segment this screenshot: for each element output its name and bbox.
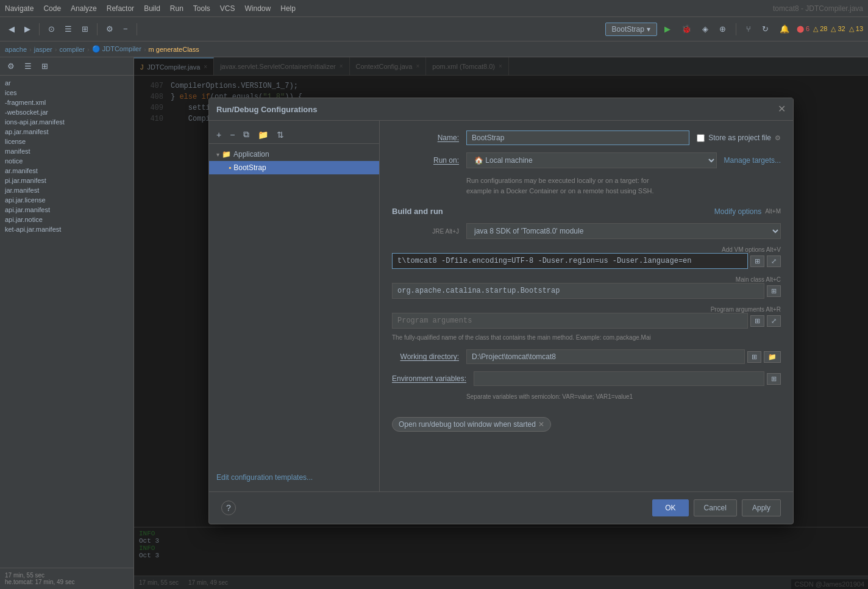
vm-expand2-btn[interactable]: ⤢ xyxy=(767,255,781,267)
modify-options-link[interactable]: Modify options xyxy=(714,207,761,216)
dlg-folder-btn[interactable]: 📁 xyxy=(255,129,271,141)
run-config-arrow: ▾ xyxy=(647,25,650,34)
main-class-input[interactable] xyxy=(392,283,764,299)
dlg-add-btn[interactable]: + xyxy=(214,129,224,141)
list-item[interactable]: jar.manifest xyxy=(0,185,133,195)
list-item[interactable]: ions-api.jar.manifest xyxy=(0,117,133,127)
dlg-sort-btn[interactable]: ⇅ xyxy=(274,129,286,141)
env-vars-row: Environment variables: ⊞ xyxy=(392,371,781,386)
list-item[interactable]: -websocket.jar xyxy=(0,107,133,117)
program-args-input[interactable] xyxy=(392,313,748,329)
help-button[interactable]: ? xyxy=(221,501,236,515)
home-btn[interactable]: ⊙ xyxy=(44,23,59,35)
vm-options-input[interactable] xyxy=(392,253,748,269)
menu-code[interactable]: Code xyxy=(43,4,61,13)
env-input[interactable] xyxy=(474,371,764,386)
list-item[interactable]: api.jar.manifest xyxy=(0,205,133,215)
store-gear-icon[interactable]: ⚙ xyxy=(775,134,781,142)
settings-btn[interactable]: ⚙ xyxy=(102,23,117,35)
bc-compiler[interactable]: compiler xyxy=(59,46,85,53)
menu-help[interactable]: Help xyxy=(280,4,296,13)
update-btn[interactable]: ↻ xyxy=(758,23,772,35)
apply-button[interactable]: Apply xyxy=(742,499,781,516)
notifications-btn[interactable]: 🔔 xyxy=(776,23,793,35)
list-item[interactable]: manifest xyxy=(0,146,133,156)
list-item[interactable]: -fragment.xml xyxy=(0,98,133,107)
run-btn[interactable]: ▶ xyxy=(661,23,674,35)
modify-hint: Alt+M xyxy=(765,208,781,215)
wd-input[interactable] xyxy=(466,349,745,364)
run-on-select[interactable]: 🏠 Local machine xyxy=(466,152,717,168)
minimize-btn[interactable]: − xyxy=(119,23,132,35)
list-item[interactable]: pi.jar.manifest xyxy=(0,176,133,185)
list-item[interactable]: ar.manifest xyxy=(0,166,133,176)
working-directory-row: Working directory: ⊞ 📁 xyxy=(392,349,781,364)
menu-analyze[interactable]: Analyze xyxy=(71,4,97,13)
list-item[interactable]: api.jar.license xyxy=(0,195,133,205)
profile-btn[interactable]: ◈ xyxy=(699,23,712,35)
list-btn[interactable]: ☰ xyxy=(61,23,76,35)
menu-refactor[interactable]: Refactor xyxy=(107,4,134,13)
footer-buttons: OK Cancel Apply xyxy=(652,499,781,516)
sdk-row: JRE Alt+J java 8 SDK of 'Tomcat8.0' modu… xyxy=(392,223,781,239)
manage-targets-link[interactable]: Manage targets... xyxy=(724,156,781,165)
program-args-expand2-btn[interactable]: ⤢ xyxy=(767,315,781,327)
sep1 xyxy=(39,23,40,35)
menu-vcs[interactable]: VCS xyxy=(220,4,235,13)
menu-run[interactable]: Run xyxy=(170,4,183,13)
bc-generate-class[interactable]: m generateClass xyxy=(149,46,199,53)
coverage-btn[interactable]: ⊕ xyxy=(716,23,730,35)
ok-button[interactable]: OK xyxy=(652,499,688,516)
bc-apache[interactable]: apache xyxy=(5,46,27,53)
back-btn[interactable]: ◀ xyxy=(5,23,18,35)
vm-expand-btn[interactable]: ⊞ xyxy=(750,255,764,267)
dialog-close-button[interactable]: ✕ xyxy=(778,104,786,114)
main-class-expand-btn[interactable]: ⊞ xyxy=(767,285,781,297)
menu-build[interactable]: Build xyxy=(144,4,160,13)
vm-options-container: Add VM options Alt+V ⊞ ⤢ xyxy=(392,246,781,269)
forward-btn[interactable]: ▶ xyxy=(21,23,34,35)
menu-tools[interactable]: Tools xyxy=(193,4,210,13)
debug-btn[interactable]: 🐞 xyxy=(678,23,695,35)
tree-node-bootstrap[interactable]: ▪ BootStrap xyxy=(209,161,379,174)
list-item[interactable]: api.jar.notice xyxy=(0,215,133,224)
folder-icon: 📁 xyxy=(222,150,231,159)
bc-jdtcompiler[interactable]: 🔵 JDTCompiler xyxy=(92,45,141,53)
bc-jasper[interactable]: jasper xyxy=(34,46,52,53)
sidebar-gear-icon[interactable]: ⚙ xyxy=(4,60,18,73)
warn-count2: △ 32 xyxy=(831,25,845,33)
store-project-row: Store as project file ⚙ xyxy=(697,134,781,142)
list-item[interactable]: ap.jar.manifest xyxy=(0,127,133,137)
sdk-select[interactable]: java 8 SDK of 'Tomcat8.0' module xyxy=(466,223,781,239)
sep2 xyxy=(97,23,98,35)
menu-window[interactable]: Window xyxy=(245,4,271,13)
list-item[interactable]: notice xyxy=(0,156,133,166)
sidebar-filter-icon[interactable]: ⊞ xyxy=(38,60,52,73)
editor-area: J JDTCompiler.java × javax.servlet.Servl… xyxy=(134,57,868,589)
wd-folder-btn[interactable]: 📁 xyxy=(764,351,781,363)
list-item[interactable]: ket-api.jar.manifest xyxy=(0,224,133,234)
chip-close-btn[interactable]: ✕ xyxy=(538,420,544,429)
list-item[interactable]: license xyxy=(0,137,133,146)
name-input[interactable] xyxy=(466,130,689,145)
env-expand-btn[interactable]: ⊞ xyxy=(767,373,781,385)
edit-templates-link[interactable]: Edit configuration templates... xyxy=(216,473,313,482)
sidebar-list-icon[interactable]: ☰ xyxy=(21,60,35,73)
dlg-copy-btn[interactable]: ⧉ xyxy=(241,128,252,141)
bookmark-btn[interactable]: ⊞ xyxy=(78,23,92,35)
list-item[interactable]: ar xyxy=(0,78,133,88)
dlg-remove-btn[interactable]: − xyxy=(227,129,237,141)
main-area: ⚙ ☰ ⊞ ar ices -fragment.xml -websocket.j… xyxy=(0,57,868,589)
app-title: tomcat8 - JDTCompiler.java xyxy=(773,4,863,13)
tree-node-application[interactable]: ▾ 📁 Application xyxy=(209,148,379,161)
program-args-expand-btn[interactable]: ⊞ xyxy=(750,315,764,327)
wd-paste-btn[interactable]: ⊞ xyxy=(747,351,761,363)
store-project-checkbox[interactable] xyxy=(697,134,705,142)
git-btn[interactable]: ⑂ xyxy=(742,23,755,35)
list-item[interactable]: ices xyxy=(0,88,133,98)
dialog-title: Run/Debug Configurations xyxy=(216,105,317,114)
menu-navigate[interactable]: Navigate xyxy=(5,4,34,13)
cancel-button[interactable]: Cancel xyxy=(694,499,737,516)
run-config-dropdown[interactable]: BootStrap ▾ xyxy=(605,23,657,36)
menu-bar: Navigate Code Analyze Refactor Build Run… xyxy=(0,0,868,17)
